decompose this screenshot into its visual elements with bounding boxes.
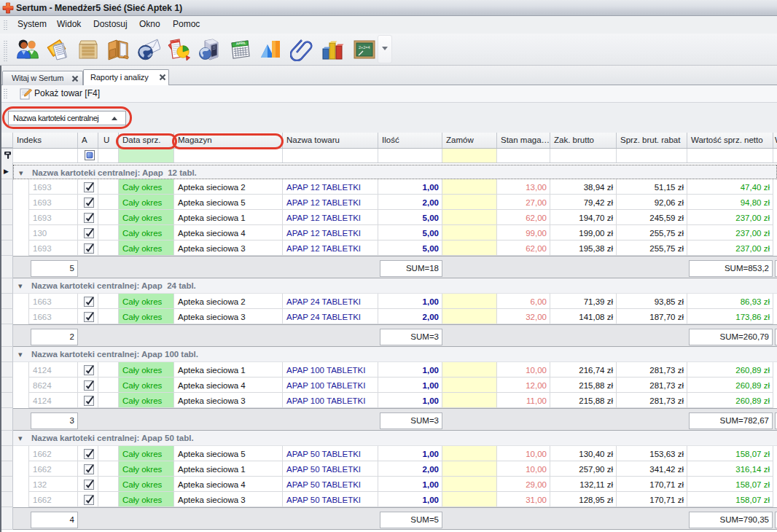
svg-text:2+2=4: 2+2=4 <box>359 45 370 50</box>
